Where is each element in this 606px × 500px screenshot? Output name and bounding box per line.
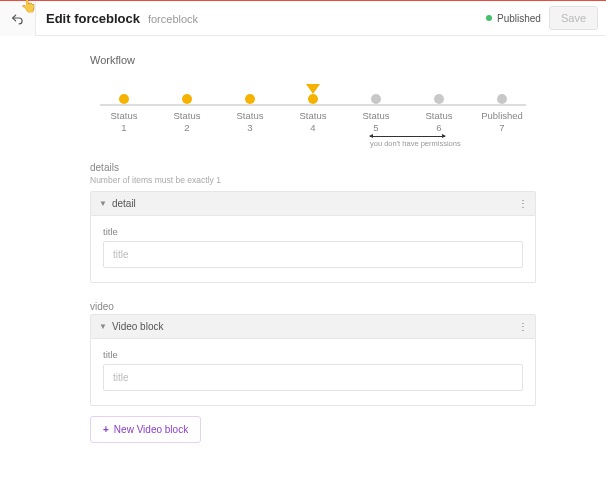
- detail-panel-title: detail: [112, 198, 136, 209]
- workflow-dot: [245, 94, 255, 104]
- content-area: Workflow Status 1Status 2Status 3Status …: [0, 36, 606, 443]
- caret-down-icon: ▼: [99, 322, 107, 331]
- workflow-dot: [371, 94, 381, 104]
- workflow-step-5[interactable]: Status 5: [346, 80, 406, 134]
- workflow-dot: [182, 94, 192, 104]
- workflow-permissions-note: you don't have permissions: [370, 136, 445, 148]
- workflow-step-4[interactable]: Status 4: [283, 80, 343, 134]
- workflow-step-3[interactable]: Status 3: [220, 80, 280, 134]
- workflow-step-label: Status 5: [363, 110, 390, 134]
- details-hint: Number of items must be exactly 1: [90, 175, 536, 185]
- details-section: details Number of items must be exactly …: [90, 162, 536, 283]
- video-title-input[interactable]: [103, 364, 523, 391]
- workflow-dot: [308, 94, 318, 104]
- detail-title-label: title: [103, 226, 523, 237]
- add-video-block-button[interactable]: + New Video block: [90, 416, 201, 443]
- detail-panel-header[interactable]: ▼ detail ⋮: [90, 191, 536, 216]
- workflow-step-label: Status 3: [237, 110, 264, 134]
- header-bar: 👆 Edit forceblock forceblock Published S…: [0, 1, 606, 36]
- workflow-step-2[interactable]: Status 2: [157, 80, 217, 134]
- add-video-label: New Video block: [114, 424, 188, 435]
- workflow-marker-icon: [306, 80, 320, 94]
- workflow-step-label: Status 6: [426, 110, 453, 134]
- workflow-widget: Status 1Status 2Status 3Status 4Status 5…: [90, 80, 536, 134]
- publish-status: Published: [486, 13, 541, 24]
- detail-panel-body: title: [90, 216, 536, 283]
- workflow-step-1[interactable]: Status 1: [94, 80, 154, 134]
- plus-icon: +: [103, 424, 109, 435]
- workflow-step-label: Status 2: [174, 110, 201, 134]
- video-panel-body: title: [90, 339, 536, 406]
- workflow-heading: Workflow: [90, 54, 536, 66]
- workflow-step-6[interactable]: Status 6: [409, 80, 469, 134]
- caret-down-icon: ▼: [99, 199, 107, 208]
- back-button[interactable]: [0, 1, 36, 36]
- workflow-step-label: Status 1: [111, 110, 138, 134]
- status-dot-icon: [486, 15, 492, 21]
- back-arrow-icon: [11, 11, 25, 25]
- video-panel-menu-icon[interactable]: ⋮: [518, 321, 527, 332]
- svg-marker-0: [306, 84, 320, 94]
- video-label: video: [90, 301, 536, 312]
- workflow-dot: [434, 94, 444, 104]
- detail-title-input[interactable]: [103, 241, 523, 268]
- page-subtitle: forceblock: [148, 13, 198, 25]
- video-panel-title: Video block: [112, 321, 164, 332]
- workflow-step-label: Published 7: [481, 110, 523, 134]
- video-section: video ▼ Video block ⋮ title + New Video …: [90, 301, 536, 443]
- video-panel-header[interactable]: ▼ Video block ⋮: [90, 314, 536, 339]
- status-label: Published: [497, 13, 541, 24]
- permissions-text: you don't have permissions: [370, 139, 461, 148]
- page-title: Edit forceblock: [46, 11, 140, 26]
- workflow-dot: [497, 94, 507, 104]
- workflow-step-7[interactable]: Published 7: [472, 80, 532, 134]
- save-button[interactable]: Save: [549, 6, 598, 30]
- video-title-label: title: [103, 349, 523, 360]
- workflow-dot: [119, 94, 129, 104]
- details-label: details: [90, 162, 536, 173]
- workflow-step-label: Status 4: [300, 110, 327, 134]
- detail-panel-menu-icon[interactable]: ⋮: [518, 198, 527, 209]
- permissions-bracket-line: [370, 136, 445, 137]
